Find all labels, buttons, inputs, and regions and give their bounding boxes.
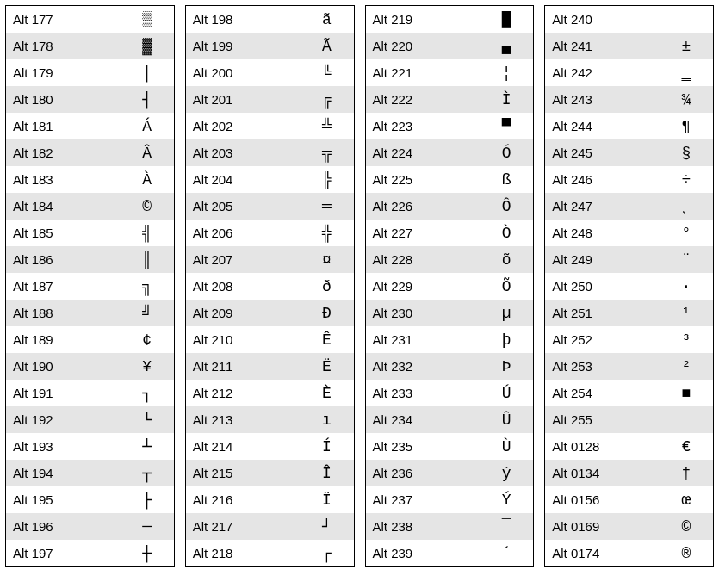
table-row: Alt 252³ xyxy=(545,326,713,353)
alt-char: § xyxy=(660,145,713,162)
alt-code: Alt 226 xyxy=(366,199,480,214)
alt-code: Alt 194 xyxy=(6,466,120,480)
alt-char: Ó xyxy=(480,145,533,162)
alt-code: Alt 243 xyxy=(545,92,659,107)
alt-char: ¥ xyxy=(120,358,173,375)
alt-code: Alt 201 xyxy=(186,92,300,107)
alt-code: Alt 202 xyxy=(186,119,300,133)
table-row: Alt 194┬ xyxy=(6,460,174,486)
table-row: Alt 181Á xyxy=(6,113,174,139)
alt-char: È xyxy=(300,385,353,402)
alt-code: Alt 195 xyxy=(6,492,120,507)
column-2: Alt 198ãAlt 199ÃAlt 200╚Alt 201╔Alt 202╩… xyxy=(185,5,355,567)
alt-char: ╝ xyxy=(120,305,173,322)
alt-code: Alt 233 xyxy=(366,386,480,400)
alt-char: ¢ xyxy=(120,331,173,349)
alt-code: Alt 189 xyxy=(6,332,120,347)
alt-code: Alt 230 xyxy=(366,306,480,320)
table-row: Alt 254■ xyxy=(545,380,713,406)
table-row: Alt 253² xyxy=(545,353,713,380)
alt-code: Alt 229 xyxy=(366,279,480,294)
table-row: Alt 229Õ xyxy=(366,273,534,300)
table-row: Alt 207¤ xyxy=(186,246,354,273)
table-row: Alt 184© xyxy=(6,193,174,220)
alt-char: µ xyxy=(480,305,533,322)
alt-code: Alt 0134 xyxy=(545,466,659,480)
alt-char: ┴ xyxy=(120,438,173,455)
alt-code: Alt 225 xyxy=(366,172,480,187)
table-row: Alt 230µ xyxy=(366,300,534,326)
table-row: Alt 203╦ xyxy=(186,139,354,166)
alt-char: ┼ xyxy=(120,545,173,562)
table-row: Alt 178▓ xyxy=(6,33,174,59)
table-row: Alt 247¸ xyxy=(545,193,713,220)
alt-code: Alt 247 xyxy=(545,199,659,214)
table-row: Alt 189¢ xyxy=(6,326,174,353)
table-row: Alt 212È xyxy=(186,380,354,406)
column-4: Alt 240­Alt 241±Alt 242‗Alt 243¾Alt 244¶… xyxy=(544,5,714,567)
alt-char: ³ xyxy=(660,331,713,349)
table-row: Alt 226Ô xyxy=(366,193,534,220)
alt-char: Õ xyxy=(480,278,533,295)
alt-char: ║ xyxy=(120,251,173,269)
alt-char: ▓ xyxy=(120,38,173,55)
table-row: Alt 210Ê xyxy=(186,326,354,353)
alt-char: Ê xyxy=(300,331,353,349)
alt-char: · xyxy=(660,278,713,295)
alt-char: ° xyxy=(660,225,713,242)
alt-char: ÷ xyxy=(660,171,713,189)
alt-code: Alt 0156 xyxy=(545,492,659,507)
table-row: Alt 199Ã xyxy=(186,33,354,59)
table-row: Alt 222Ì xyxy=(366,86,534,113)
alt-char: ┘ xyxy=(300,518,353,535)
alt-char: ¨ xyxy=(660,251,713,269)
alt-char: ß xyxy=(480,171,533,189)
alt-code: Alt 210 xyxy=(186,332,300,347)
table-row: Alt 195├ xyxy=(6,486,174,513)
alt-code: Alt 252 xyxy=(545,332,659,347)
table-row: Alt 220▄ xyxy=(366,33,534,59)
table-row: Alt 183À xyxy=(6,166,174,193)
alt-code: Alt 203 xyxy=(186,145,300,160)
alt-code: Alt 192 xyxy=(6,412,120,427)
alt-code: Alt 244 xyxy=(545,119,659,133)
table-row: Alt 196─ xyxy=(6,513,174,540)
alt-char: ▄ xyxy=(480,38,533,55)
alt-code: Alt 236 xyxy=(366,466,480,480)
alt-char: ╠ xyxy=(300,171,353,189)
alt-code: Alt 208 xyxy=(186,279,300,294)
table-row: Alt 240­ xyxy=(545,6,713,33)
alt-code: Alt 222 xyxy=(366,92,480,107)
table-row: Alt 209Ð xyxy=(186,300,354,326)
table-row: Alt 224Ó xyxy=(366,139,534,166)
table-row: Alt 0128€ xyxy=(545,433,713,460)
alt-char: ╩ xyxy=(300,118,353,135)
alt-char: ■ xyxy=(660,385,713,402)
alt-char: ▀ xyxy=(480,118,533,135)
alt-code: Alt 211 xyxy=(186,359,300,374)
table-row: Alt 221¦ xyxy=(366,59,534,86)
alt-code: Alt 212 xyxy=(186,386,300,400)
alt-char: ´ xyxy=(480,545,533,562)
table-row: Alt 197┼ xyxy=(6,540,174,566)
alt-code-table: Alt 177▒Alt 178▓Alt 179│Alt 180┤Alt 181Á… xyxy=(5,5,714,567)
table-row: Alt 200╚ xyxy=(186,59,354,86)
table-row: Alt 242‗ xyxy=(545,59,713,86)
table-row: Alt 0174® xyxy=(545,540,713,566)
table-row: Alt 233Ú xyxy=(366,380,534,406)
alt-char: ╔ xyxy=(300,91,353,108)
alt-char: Ì xyxy=(480,91,533,108)
alt-code: Alt 228 xyxy=(366,252,480,267)
alt-code: Alt 215 xyxy=(186,466,300,480)
alt-code: Alt 251 xyxy=(545,306,659,320)
alt-code: Alt 197 xyxy=(6,546,120,560)
table-row: Alt 228õ xyxy=(366,246,534,273)
table-row: Alt 239´ xyxy=(366,540,534,566)
alt-char: ═ xyxy=(300,198,353,215)
table-row: Alt 218┌ xyxy=(186,540,354,566)
column-1: Alt 177▒Alt 178▓Alt 179│Alt 180┤Alt 181Á… xyxy=(5,5,175,567)
alt-char: ð xyxy=(300,278,353,295)
alt-char: ╬ xyxy=(300,225,353,242)
alt-code: Alt 181 xyxy=(6,119,120,133)
column-3: Alt 219█Alt 220▄Alt 221¦Alt 222ÌAlt 223▀… xyxy=(365,5,535,567)
